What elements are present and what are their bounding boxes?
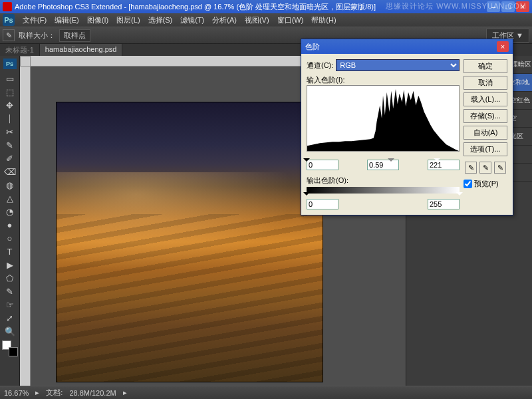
watermark: 思缘设计论坛 WWW.MISSYUAN.COM — [386, 1, 527, 11]
tool-4[interactable]: ✂ — [3, 125, 17, 138]
tool-18[interactable]: ⤢ — [3, 311, 17, 325]
output-levels-label: 输出色阶(O): — [307, 176, 460, 186]
output-slider-track[interactable] — [307, 187, 460, 194]
chevron-right-icon[interactable]: ▸ — [35, 388, 39, 397]
tool-14[interactable]: ▶ — [3, 258, 17, 271]
tool-19[interactable]: 🔍 — [3, 325, 17, 338]
tool-1[interactable]: ⬚ — [3, 85, 17, 98]
menu-filter[interactable]: 滤镜(T) — [176, 14, 208, 27]
gamma-slider[interactable] — [388, 158, 394, 165]
menu-bar: Ps 文件(F) 编辑(E) 图像(I) 图层(L) 选择(S) 滤镜(T) 分… — [0, 13, 532, 27]
sample-size-dropdown[interactable]: 取样点 — [59, 29, 90, 42]
menu-select[interactable]: 选择(S) — [144, 14, 177, 27]
tool-2[interactable]: ✥ — [3, 98, 17, 112]
eyedropper-black-icon[interactable]: ✎ — [465, 162, 477, 174]
preview-checkbox[interactable] — [464, 180, 472, 188]
white-point-slider[interactable] — [434, 158, 440, 165]
tool-5[interactable]: ✎ — [3, 138, 17, 152]
background-color[interactable] — [9, 347, 18, 356]
ruler-corner — [20, 56, 31, 66]
histogram-chart — [307, 86, 459, 151]
save-button[interactable]: 存储(S)... — [464, 109, 507, 123]
tool-11[interactable]: ● — [3, 218, 17, 231]
eyedropper-indicator: ✎ — [3, 29, 15, 41]
output-black-slider[interactable] — [303, 192, 310, 199]
tool-6[interactable]: ✐ — [3, 152, 17, 165]
doc-size-label: 文档: — [46, 388, 63, 398]
status-bar: 16.67% ▸ 文档: 28.8M/120.2M ▸ — [0, 386, 532, 399]
tool-10[interactable]: ◔ — [3, 205, 17, 218]
tool-17[interactable]: ☞ — [3, 298, 17, 311]
menu-help[interactable]: 帮助(H) — [307, 14, 340, 27]
tool-8[interactable]: ◍ — [3, 178, 17, 192]
toolbox: Ps ▭⬚✥｜✂✎✐⌫◍△◔●○T▶⬠✎☞⤢🔍 — [0, 56, 20, 386]
options-button[interactable]: 选项(T)... — [464, 142, 507, 156]
ruler-vertical — [20, 66, 31, 386]
input-gamma-field[interactable] — [367, 160, 399, 170]
black-point-slider[interactable] — [303, 158, 310, 165]
sample-size-label: 取样大小： — [19, 31, 55, 41]
preview-label: 预览(P) — [474, 179, 499, 189]
doc-tab-1[interactable]: hamabajiaocheng.psd — [40, 44, 123, 56]
eyedropper-gray-icon[interactable]: ✎ — [479, 162, 491, 174]
color-swatches[interactable] — [2, 340, 18, 356]
tool-15[interactable]: ⬠ — [3, 271, 17, 285]
menu-edit[interactable]: 编辑(E) — [51, 14, 83, 27]
tool-0[interactable]: ▭ — [3, 72, 17, 85]
doc-size-value: 28.8M/120.2M — [69, 389, 116, 397]
histogram — [307, 85, 460, 152]
dialog-title: 色阶 — [305, 42, 320, 52]
chevron-right-icon[interactable]: ▸ — [123, 388, 127, 397]
input-slider-track[interactable] — [307, 153, 460, 154]
tool-13[interactable]: T — [3, 245, 17, 258]
menu-file[interactable]: 文件(F) — [19, 14, 51, 27]
levels-dialog: 色阶 × 通道(C): RGB 输入色阶(I): — [301, 39, 513, 215]
document-canvas[interactable] — [57, 102, 323, 382]
doc-tab-0[interactable]: 未标题-1 — [0, 44, 40, 56]
channel-label: 通道(C): — [307, 61, 333, 70]
tool-12[interactable]: ○ — [3, 231, 17, 245]
input-levels-label: 输入色阶(I): — [307, 75, 460, 85]
tool-9[interactable]: △ — [3, 192, 17, 205]
menu-view[interactable]: 视图(V) — [241, 14, 273, 27]
zoom-level[interactable]: 16.67% — [4, 389, 29, 397]
tool-7[interactable]: ⌫ — [3, 165, 17, 178]
app-icon — [3, 2, 12, 11]
channel-select[interactable]: RGB — [336, 59, 460, 71]
input-white-field[interactable] — [428, 160, 460, 170]
toolbox-header-icon: Ps — [3, 59, 17, 69]
tool-16[interactable]: ✎ — [3, 285, 17, 298]
input-black-field[interactable] — [307, 160, 338, 170]
menu-window[interactable]: 窗口(W) — [273, 14, 308, 27]
auto-button[interactable]: 自动(A) — [464, 126, 507, 140]
output-white-slider[interactable] — [456, 192, 463, 199]
ps-logo-icon: Ps — [3, 14, 15, 26]
dialog-title-bar[interactable]: 色阶 × — [301, 39, 513, 54]
tool-3[interactable]: ｜ — [3, 112, 17, 125]
output-black-field[interactable] — [307, 199, 338, 209]
output-white-field[interactable] — [428, 199, 460, 209]
cancel-button[interactable]: 取消 — [464, 76, 507, 90]
eyedropper-white-icon[interactable]: ✎ — [494, 162, 506, 174]
menu-image[interactable]: 图像(I) — [83, 14, 112, 27]
ok-button[interactable]: 确定 — [464, 59, 507, 73]
menu-analysis[interactable]: 分析(A) — [208, 14, 241, 27]
menu-layer[interactable]: 图层(L) — [112, 14, 144, 27]
dialog-close-button[interactable]: × — [497, 41, 509, 52]
load-button[interactable]: 载入(L)... — [464, 92, 507, 106]
